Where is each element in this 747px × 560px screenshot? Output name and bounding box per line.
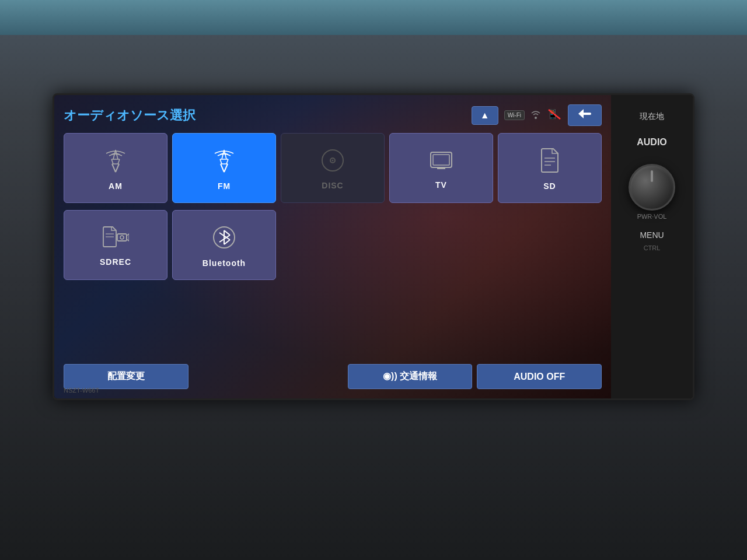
- bluetooth-label: Bluetooth: [203, 258, 246, 268]
- sd-label: SD: [543, 181, 556, 191]
- current-location-button[interactable]: 現在地: [617, 107, 687, 127]
- ctrl-label: CTRL: [644, 244, 661, 251]
- unit-container: オーディオソース選択 ▲ Wi-Fi: [53, 93, 694, 400]
- svg-rect-25: [433, 155, 449, 165]
- source-grid-row2: SDREC Blu: [64, 210, 602, 280]
- am-label: AM: [109, 181, 123, 191]
- svg-line-6: [116, 164, 119, 172]
- disc-icon: [320, 148, 345, 176]
- model-label: NSZT-W66T: [64, 387, 99, 394]
- eject-button[interactable]: ▲: [472, 106, 498, 125]
- wifi-label: Wi-Fi: [504, 110, 525, 120]
- am-icon: [103, 148, 128, 177]
- menu-button[interactable]: MENU: [635, 226, 668, 244]
- sd-icon: [539, 148, 560, 177]
- svg-line-17: [226, 159, 228, 164]
- fm-button[interactable]: FM: [172, 133, 276, 203]
- screen-area: オーディオソース選択 ▲ Wi-Fi: [54, 95, 611, 398]
- svg-line-5: [112, 164, 116, 172]
- svg-line-8: [111, 159, 113, 164]
- pwr-vol-label: PWR·VOL: [637, 213, 667, 220]
- bluetooth-icon: [212, 225, 236, 254]
- svg-line-38: [224, 230, 230, 235]
- audio-button[interactable]: AUDIO: [617, 132, 687, 152]
- svg-point-35: [120, 236, 124, 239]
- car-surround: オーディオソース選択 ▲ Wi-Fi: [0, 0, 747, 560]
- sdrec-icon: [102, 226, 129, 253]
- svg-point-23: [332, 160, 334, 162]
- svg-point-0: [535, 117, 537, 119]
- side-controls: 現在地 AUDIO PWR·VOL MENU CTRL: [611, 95, 693, 398]
- source-grid-row1: AM: [64, 133, 602, 203]
- svg-rect-4: [582, 113, 591, 115]
- empty-slot-2: [389, 210, 493, 280]
- phone-status-icon: 📱: [547, 108, 562, 123]
- bottom-bar: 配置変更 ◉)) 交通情報 AUDIO OFF: [64, 364, 602, 389]
- header-right: Wi-Fi 📱: [504, 108, 562, 123]
- wifi-icon: [529, 109, 542, 122]
- rearrange-button[interactable]: 配置変更: [64, 364, 189, 389]
- svg-rect-33: [117, 234, 127, 241]
- svg-line-9: [118, 159, 120, 164]
- screen-title: オーディオソース選択: [64, 107, 466, 124]
- svg-line-14: [224, 164, 228, 172]
- back-button[interactable]: [568, 104, 602, 126]
- fm-label: FM: [218, 181, 231, 191]
- sd-button[interactable]: SD: [498, 133, 602, 203]
- header-bar: オーディオソース選択 ▲ Wi-Fi: [64, 104, 602, 126]
- traffic-button[interactable]: ◉)) 交通情報: [348, 364, 473, 389]
- disc-label: DISC: [322, 181, 343, 190]
- svg-line-13: [221, 164, 224, 172]
- knob-container: PWR·VOL: [629, 164, 675, 220]
- bluetooth-button[interactable]: Bluetooth: [172, 210, 276, 280]
- sdrec-button[interactable]: SDREC: [64, 210, 167, 280]
- svg-marker-34: [127, 234, 129, 241]
- empty-slot-3: [498, 210, 602, 280]
- dash-top: [0, 0, 747, 35]
- tv-button[interactable]: TV: [389, 133, 493, 203]
- fm-icon: [212, 148, 236, 177]
- empty-slot-1: [281, 210, 385, 280]
- svg-line-16: [220, 159, 222, 164]
- svg-line-40: [224, 240, 230, 244]
- menu-button-group: MENU CTRL: [635, 226, 668, 251]
- tv-label: TV: [435, 180, 447, 190]
- am-button[interactable]: AM: [64, 133, 167, 203]
- disc-button[interactable]: DISC: [281, 133, 385, 203]
- pwr-vol-knob[interactable]: [629, 164, 675, 211]
- sdrec-label: SDREC: [100, 257, 131, 267]
- audio-off-button[interactable]: AUDIO OFF: [477, 364, 602, 389]
- tv-icon: [428, 149, 454, 176]
